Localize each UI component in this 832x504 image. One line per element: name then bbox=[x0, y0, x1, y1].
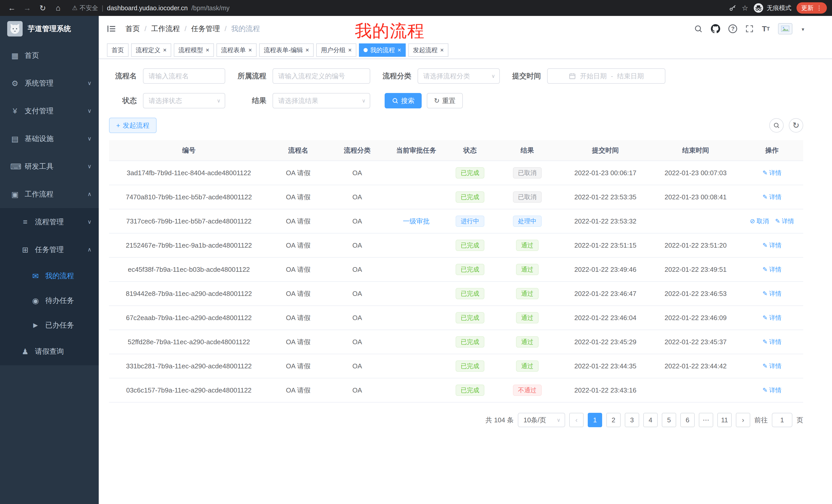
detail-link[interactable]: ✎详情 bbox=[762, 265, 781, 274]
show-search-button[interactable] bbox=[769, 118, 784, 133]
result-select[interactable]: 请选择流结果 ∨ bbox=[272, 93, 370, 108]
close-icon[interactable]: × bbox=[206, 47, 209, 53]
close-icon[interactable]: × bbox=[249, 47, 252, 53]
hamburger-icon[interactable] bbox=[107, 25, 116, 33]
status-badge: 已完成 bbox=[456, 240, 485, 251]
filter-label-name: 流程名 bbox=[109, 71, 143, 81]
tab-process-model[interactable]: 流程模型× bbox=[174, 44, 214, 57]
page-button-5[interactable]: 5 bbox=[662, 413, 676, 427]
result-badge: 通过 bbox=[516, 288, 539, 299]
page-button-11[interactable]: 11 bbox=[717, 413, 732, 427]
table-row: 7470a810-7b9b-11ec-b5b7-acde48001122 OA … bbox=[109, 185, 803, 209]
page-button-2[interactable]: 2 bbox=[606, 413, 621, 427]
tab-user-group[interactable]: 用户分组× bbox=[316, 44, 356, 57]
edit-icon: ✎ bbox=[762, 338, 768, 345]
sidebar-item-infrastructure[interactable]: ▤ 基础设施 ∨ bbox=[0, 125, 99, 152]
page-button-3[interactable]: 3 bbox=[625, 413, 639, 427]
detail-link[interactable]: ✎详情 bbox=[762, 362, 781, 370]
process-name-input[interactable] bbox=[143, 68, 225, 84]
page-button-4[interactable]: 4 bbox=[643, 413, 658, 427]
detail-link[interactable]: ✎详情 bbox=[762, 314, 781, 322]
current-task-link[interactable]: 一级审批 bbox=[403, 217, 430, 225]
breadcrumb-task-mgmt[interactable]: 任务管理 bbox=[191, 24, 220, 34]
tab-home[interactable]: 首页 bbox=[107, 44, 129, 57]
detail-link[interactable]: ✎详情 bbox=[762, 338, 781, 346]
table-row: ec45f38f-7b9a-11ec-b03b-acde48001122 OA … bbox=[109, 257, 803, 282]
next-page-button[interactable]: › bbox=[736, 413, 750, 427]
goto-prefix: 前往 bbox=[754, 416, 768, 425]
key-icon[interactable] bbox=[729, 4, 737, 12]
avatar[interactable] bbox=[778, 23, 792, 34]
browser-back-icon[interactable]: ← bbox=[5, 2, 19, 14]
bookmark-star-icon[interactable]: ☆ bbox=[742, 4, 748, 12]
page-button-1[interactable]: 1 bbox=[588, 413, 602, 427]
tab-start-process[interactable]: 发起流程× bbox=[408, 44, 448, 57]
close-icon[interactable]: × bbox=[348, 47, 352, 53]
tab-process-form[interactable]: 流程表单× bbox=[216, 44, 257, 57]
close-icon[interactable]: × bbox=[397, 47, 401, 53]
breadcrumb-home[interactable]: 首页 bbox=[126, 24, 140, 34]
tab-my-process[interactable]: 我的流程× bbox=[359, 44, 406, 57]
sidebar-item-my-process[interactable]: ✉ 我的流程 bbox=[0, 263, 99, 288]
detail-link[interactable]: ✎详情 bbox=[762, 289, 781, 298]
top-navbar: 首页 / 工作流程 / 任务管理 / 我的流程 ? bbox=[99, 16, 832, 41]
github-icon[interactable] bbox=[711, 24, 720, 33]
page-button-6[interactable]: 6 bbox=[680, 413, 695, 427]
detail-link[interactable]: ✎详情 bbox=[762, 386, 781, 394]
goto-page-input[interactable] bbox=[772, 413, 792, 427]
browser-home-icon[interactable]: ⌂ bbox=[51, 2, 65, 14]
breadcrumb-workflow[interactable]: 工作流程 bbox=[151, 24, 180, 34]
tab-process-definition[interactable]: 流程定义× bbox=[131, 44, 171, 57]
detail-link[interactable]: ✎详情 bbox=[762, 193, 781, 201]
address-bar[interactable]: ⚠ 不安全 | dashboard.yudao.iocoder.cn/bpm/t… bbox=[72, 4, 727, 12]
sidebar-item-todo-tasks[interactable]: ◉ 待办任务 bbox=[0, 288, 99, 313]
sidebar-item-system[interactable]: ⚙ 系统管理 ∨ bbox=[0, 69, 99, 97]
caret-down-icon[interactable]: ▾ bbox=[802, 26, 804, 34]
total-count: 共 104 条 bbox=[486, 416, 514, 425]
detail-link[interactable]: ✎详情 bbox=[762, 241, 781, 249]
sidebar-item-devtools[interactable]: ⌨ 研发工具 ∨ bbox=[0, 152, 99, 180]
gear-icon: ⚙ bbox=[10, 79, 20, 88]
close-icon[interactable]: × bbox=[306, 47, 309, 53]
help-icon[interactable]: ? bbox=[728, 24, 737, 33]
sidebar-item-process-mgmt[interactable]: ≡ 流程管理 ∨ bbox=[0, 208, 99, 236]
sidebar-item-home[interactable]: ▦ 首页 bbox=[0, 41, 99, 69]
browser-reload-icon[interactable]: ↻ bbox=[36, 2, 49, 14]
search-button[interactable]: 搜索 bbox=[385, 93, 422, 108]
result-badge: 已取消 bbox=[513, 167, 542, 178]
fullscreen-icon[interactable] bbox=[745, 25, 754, 33]
tab-process-form-edit[interactable]: 流程表单-编辑× bbox=[259, 44, 314, 57]
status-badge: 已完成 bbox=[456, 167, 485, 178]
sidebar-item-leave-query[interactable]: ♟ 请假查询 bbox=[0, 338, 99, 365]
close-icon[interactable]: × bbox=[163, 47, 166, 53]
detail-link[interactable]: ✎详情 bbox=[762, 169, 781, 177]
cancel-link[interactable]: ⊘取消 bbox=[750, 217, 769, 225]
table-row: 3ad174fb-7b9d-11ec-8404-acde48001122 OA … bbox=[109, 161, 803, 185]
process-owner-input[interactable] bbox=[272, 68, 370, 84]
refresh-table-button[interactable]: ↻ bbox=[789, 118, 803, 133]
status-select[interactable]: 请选择状态 ∨ bbox=[143, 93, 225, 108]
edit-icon: ✎ bbox=[762, 266, 768, 273]
close-icon[interactable]: × bbox=[440, 47, 444, 53]
reset-button[interactable]: ↻ 重置 bbox=[427, 93, 463, 108]
start-process-button[interactable]: + 发起流程 bbox=[109, 118, 157, 133]
font-size-icon[interactable]: TT bbox=[762, 24, 770, 33]
browser-update-button[interactable]: 更新 ⋮ bbox=[797, 2, 827, 13]
browser-forward-icon[interactable]: → bbox=[21, 2, 34, 14]
prev-page-button[interactable]: ‹ bbox=[569, 413, 583, 427]
category-select[interactable]: 请选择流程分类 ∨ bbox=[418, 68, 500, 84]
sidebar-item-workflow[interactable]: ▣ 工作流程 ∧ bbox=[0, 180, 99, 208]
search-icon[interactable] bbox=[694, 24, 703, 33]
sidebar-item-done-tasks[interactable]: ► 已办任务 bbox=[0, 313, 99, 338]
chevron-down-icon: ∨ bbox=[87, 163, 92, 170]
more-pages-button[interactable]: ⋯ bbox=[699, 413, 713, 427]
sidebar-item-payment[interactable]: ¥ 支付管理 ∨ bbox=[0, 97, 99, 125]
incognito-icon bbox=[753, 3, 763, 13]
submit-time-range-picker[interactable]: 开始日期 - 结束日期 bbox=[547, 68, 666, 84]
page-size-select[interactable]: 10条/页 ∨ bbox=[518, 413, 565, 427]
table-row: 2152467e-7b9b-11ec-9a1b-acde48001122 OA … bbox=[109, 233, 803, 257]
incognito-badge: 无痕模式 bbox=[753, 3, 791, 13]
sidebar-item-task-mgmt[interactable]: ⊞ 任务管理 ∧ bbox=[0, 236, 99, 263]
detail-link[interactable]: ✎详情 bbox=[775, 217, 794, 225]
url-host: dashboard.yudao.iocoder.cn bbox=[107, 4, 188, 12]
